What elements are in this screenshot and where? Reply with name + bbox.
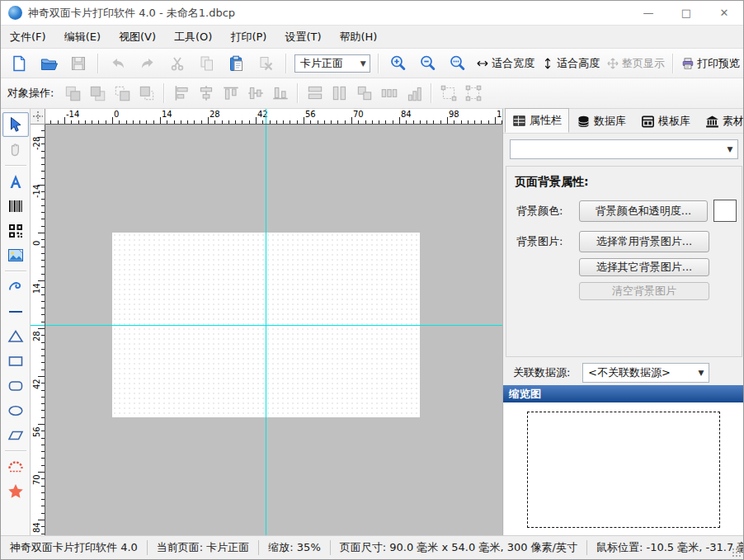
align-top-button [219,82,243,105]
bg-color-swatch[interactable] [713,200,737,222]
barcode-tool[interactable] [3,195,28,218]
object-selector-combobox[interactable]: ▼ [510,139,738,159]
ruler-tick [345,120,346,124]
select-common-bg-image-button[interactable]: 选择常用背景图片... [579,231,709,252]
send-to-back-button [86,82,109,105]
ruler-label: 56 [305,110,316,119]
zoom-out-button[interactable] [414,52,442,75]
zoom-in-button[interactable] [384,52,412,75]
tab-素材库[interactable]: 素材库 [698,110,744,133]
ruler-tick [92,120,92,124]
full-page-button: 整页显示 [604,52,667,75]
fit-width-button[interactable]: 适合宽度 [473,52,537,75]
print-preview-button[interactable]: 打印预览 [679,52,742,75]
ruler-tick [174,120,175,124]
tab-数据库[interactable]: 数据库 [569,110,633,133]
design-canvas[interactable] [45,125,502,537]
ruler-tick [41,178,45,179]
line-icon [7,303,25,321]
text-icon [7,172,25,191]
same-size-icon [355,83,374,103]
qrcode-tool[interactable] [3,219,28,242]
ruler-label: 14 [162,110,172,119]
zoom-actual-button[interactable] [444,52,472,75]
clear-bg-image-button: 清空背景图片 [579,282,709,300]
tab-模板库[interactable]: 模板库 [633,110,698,133]
ruler-label: 70 [353,110,364,119]
datasource-combobox[interactable]: <不关联数据源> ▼ [582,363,709,383]
ruler-tick [41,144,45,144]
ruler-tick [64,117,65,124]
ruler-tick [106,120,106,124]
image-tool[interactable] [3,244,28,267]
ruler-label: 0 [114,110,119,119]
tab-属性栏[interactable]: 属性栏 [505,108,569,133]
toolbar-separator [297,83,299,103]
menu-item-4[interactable]: 打印(P) [221,26,275,49]
rounded-rect-tool[interactable] [3,374,28,398]
ruler-label: 14 [32,283,41,294]
ruler-label: 112 [497,110,502,119]
ruler-tick [474,120,475,124]
ruler-tick [41,151,45,152]
same-width-button [304,82,327,105]
minimize-button[interactable]: — [629,1,667,25]
ruler-tick [461,120,462,124]
fit-height-button[interactable]: 适合高度 [539,52,602,75]
stamp-tool[interactable] [3,455,28,478]
bg-color-transparency-button[interactable]: 背景颜色和透明度... [579,200,708,222]
maximize-button[interactable]: □ [667,1,705,25]
page-side-select[interactable]: 卡片正面▼ [294,54,370,73]
menu-item-5[interactable]: 设置(T) [275,26,330,49]
save-button [64,52,92,75]
ruler-tick [38,280,45,281]
ruler-tick [454,120,454,124]
menu-item-3[interactable]: 工具(O) [165,26,221,49]
distribute-vertical-icon [404,83,424,103]
thumbnail-area [504,402,744,537]
close-button[interactable]: ✕ [705,1,743,25]
menu-item-1[interactable]: 编辑(E) [55,26,110,49]
image-icon [7,247,25,265]
ruler-tick [41,247,45,247]
curve-tool[interactable] [3,275,28,299]
star-tool[interactable] [3,480,28,503]
fit-width-icon [476,54,489,73]
page-side-select-value: 卡片正面 [295,56,356,71]
cut-button [163,52,191,75]
select-other-bg-image-button[interactable]: 选择其它背景图片... [579,258,709,276]
menu-item-0[interactable]: 文件(F) [1,26,55,49]
send-to-back-icon [87,83,107,103]
chevron-down-icon: ▼ [694,369,709,377]
same-height-icon [330,83,350,103]
ruler-origin-toggle[interactable] [31,109,45,125]
new-file-button[interactable] [5,52,33,75]
ruler-tick [331,120,332,124]
ruler-tick [41,369,45,370]
thumbnail-page-outline[interactable] [527,412,720,528]
group-button [437,82,460,105]
menu-item-6[interactable]: 帮助(H) [331,26,387,49]
ellipse-tool[interactable] [3,399,28,422]
ruler-tick [78,120,79,124]
triangle-tool[interactable] [3,325,28,348]
line-tool[interactable] [3,300,28,323]
ruler-tick [38,233,45,233]
ruler-tick [447,117,448,124]
pan-tool[interactable] [3,139,28,162]
parallelogram-tool[interactable] [3,424,28,447]
bring-to-front-button [61,82,84,105]
datasource-label: 关联数据源: [506,365,582,380]
text-tool[interactable] [3,170,28,193]
open-file-icon [40,54,58,73]
select-tool[interactable] [2,112,29,137]
menu-item-2[interactable]: 视图(V) [110,26,165,49]
resize-grip[interactable] [732,548,742,558]
open-file-button[interactable] [35,52,63,75]
template-tab-icon [641,115,655,129]
paste-button[interactable] [223,52,251,75]
toolbar-separator [163,83,165,103]
toolbar-separator [285,54,287,73]
rectangle-tool[interactable] [3,350,28,373]
ruler-label: 84 [401,110,412,119]
